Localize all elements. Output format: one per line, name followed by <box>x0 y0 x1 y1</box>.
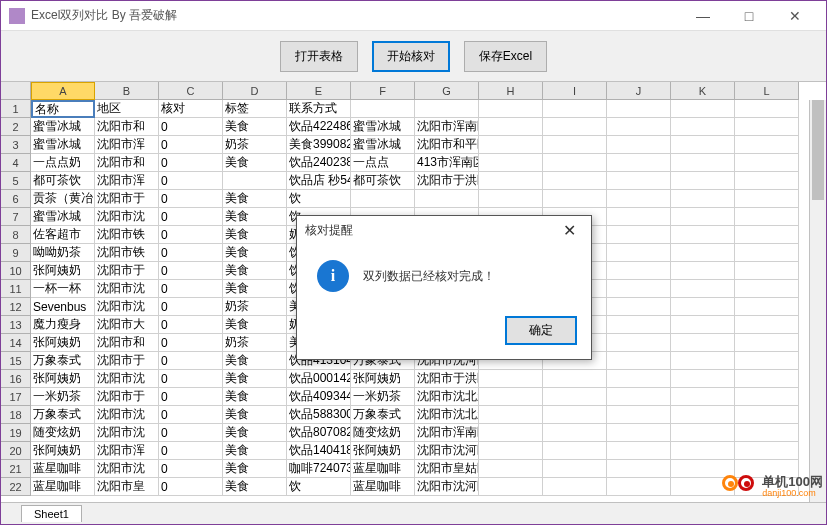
cell[interactable] <box>223 172 287 190</box>
cell[interactable]: 张阿姨奶 <box>31 442 95 460</box>
cell[interactable] <box>671 118 735 136</box>
cell[interactable]: 核对 <box>159 100 223 118</box>
cell[interactable] <box>671 172 735 190</box>
cell[interactable]: 0 <box>159 478 223 496</box>
column-header[interactable]: F <box>351 82 415 100</box>
row-header[interactable]: 13 <box>1 316 31 334</box>
cell[interactable]: 沈阳市于洪区 <box>415 370 479 388</box>
row-header[interactable]: 18 <box>1 406 31 424</box>
cell[interactable]: 蓝星咖啡 <box>351 478 415 496</box>
cell[interactable]: 0 <box>159 190 223 208</box>
cell[interactable]: 都可茶饮 <box>31 172 95 190</box>
cell[interactable] <box>735 352 799 370</box>
cell[interactable]: 饮品42248696 <box>287 118 351 136</box>
cell[interactable] <box>543 154 607 172</box>
maximize-button[interactable]: □ <box>726 1 772 31</box>
cell[interactable] <box>671 406 735 424</box>
column-header[interactable]: H <box>479 82 543 100</box>
cell[interactable]: 沈阳市和 <box>95 118 159 136</box>
cell[interactable] <box>479 190 543 208</box>
column-header[interactable]: B <box>95 82 159 100</box>
cell[interactable]: 沈阳市于洪区 <box>415 172 479 190</box>
cell[interactable] <box>479 136 543 154</box>
cell[interactable]: 奶茶 <box>223 136 287 154</box>
sheet-tab[interactable]: Sheet1 <box>21 505 82 522</box>
cell[interactable] <box>607 370 671 388</box>
cell[interactable]: 沈阳市浑南区 <box>415 118 479 136</box>
row-header[interactable]: 22 <box>1 478 31 496</box>
scrollbar-thumb[interactable] <box>812 100 824 200</box>
cell[interactable]: 0 <box>159 334 223 352</box>
cell[interactable] <box>479 154 543 172</box>
row-header[interactable]: 9 <box>1 244 31 262</box>
cell[interactable]: 蜜雪冰城 <box>31 118 95 136</box>
cell[interactable]: 0 <box>159 154 223 172</box>
cell[interactable] <box>671 442 735 460</box>
cell[interactable]: 张阿姨奶 <box>351 442 415 460</box>
cell[interactable]: 沈阳市大 <box>95 316 159 334</box>
cell[interactable] <box>671 244 735 262</box>
cell[interactable] <box>543 136 607 154</box>
cell[interactable]: 美食 <box>223 316 287 334</box>
cell[interactable]: 呦呦奶茶 <box>31 244 95 262</box>
cell[interactable]: 饮品24023831 <box>287 154 351 172</box>
cell[interactable]: 0 <box>159 118 223 136</box>
cell[interactable]: 0 <box>159 406 223 424</box>
cell[interactable]: 标签 <box>223 100 287 118</box>
cell[interactable] <box>735 208 799 226</box>
cell[interactable]: 0 <box>159 226 223 244</box>
cell[interactable]: 沈阳市沈河区 <box>415 478 479 496</box>
cell[interactable] <box>351 190 415 208</box>
cell[interactable]: 沈阳市沈 <box>95 460 159 478</box>
cell[interactable]: 张阿姨奶 <box>31 334 95 352</box>
cell[interactable]: 贡茶（黄冶 <box>31 190 95 208</box>
cell[interactable]: 美食 <box>223 262 287 280</box>
cell[interactable] <box>479 442 543 460</box>
cell[interactable] <box>671 262 735 280</box>
cell[interactable]: 0 <box>159 172 223 190</box>
cell[interactable]: 沈阳市沈 <box>95 298 159 316</box>
cell[interactable] <box>671 388 735 406</box>
save-excel-button[interactable]: 保存Excel <box>464 41 547 72</box>
close-button[interactable]: ✕ <box>772 1 818 31</box>
cell[interactable] <box>607 154 671 172</box>
cell[interactable] <box>607 316 671 334</box>
cell[interactable] <box>735 118 799 136</box>
minimize-button[interactable]: — <box>680 1 726 31</box>
cell[interactable] <box>543 190 607 208</box>
cell[interactable]: 都可茶饮 <box>351 172 415 190</box>
cell[interactable]: 0 <box>159 262 223 280</box>
cell[interactable]: 蓝星咖啡 <box>31 460 95 478</box>
cell[interactable]: 名称 <box>31 100 95 118</box>
cell[interactable] <box>671 424 735 442</box>
cell[interactable]: 沈阳市沈 <box>95 280 159 298</box>
cell[interactable] <box>479 424 543 442</box>
cell[interactable]: 美食 <box>223 370 287 388</box>
cell[interactable]: 一米奶茶 <box>351 388 415 406</box>
row-header[interactable]: 4 <box>1 154 31 172</box>
cell[interactable]: 蜜雪冰城 <box>31 136 95 154</box>
cell[interactable]: 沈阳市于 <box>95 190 159 208</box>
cell[interactable] <box>607 262 671 280</box>
cell[interactable]: 0 <box>159 352 223 370</box>
cell[interactable] <box>415 100 479 118</box>
cell[interactable]: 蓝星咖啡 <box>351 460 415 478</box>
cell[interactable] <box>735 262 799 280</box>
column-header[interactable]: I <box>543 82 607 100</box>
cell[interactable] <box>607 298 671 316</box>
cell[interactable]: 万象泰式 <box>31 352 95 370</box>
cell[interactable]: 美食 <box>223 208 287 226</box>
column-header[interactable]: L <box>735 82 799 100</box>
cell[interactable]: 饮品58830002 <box>287 406 351 424</box>
cell[interactable] <box>543 172 607 190</box>
vertical-scrollbar[interactable] <box>809 100 826 502</box>
cell[interactable]: 沈阳市铁 <box>95 226 159 244</box>
cell[interactable] <box>607 334 671 352</box>
cell[interactable]: 沈阳市浑 <box>95 172 159 190</box>
cell[interactable]: 沈阳市于 <box>95 352 159 370</box>
cell[interactable] <box>543 406 607 424</box>
cell[interactable] <box>607 406 671 424</box>
cell[interactable]: 饮品店 秒54052495 <box>287 172 351 190</box>
row-header[interactable]: 15 <box>1 352 31 370</box>
cell[interactable] <box>543 388 607 406</box>
